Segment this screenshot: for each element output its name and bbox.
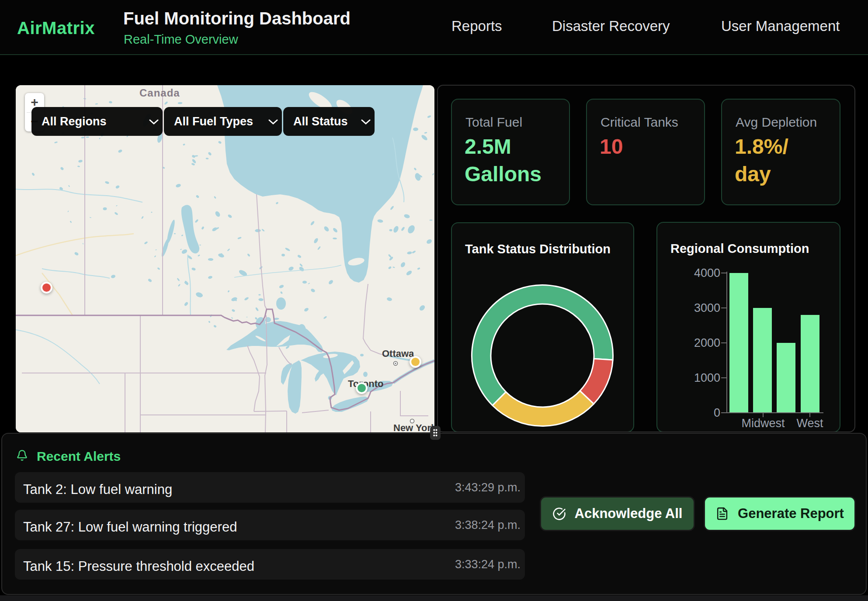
svg-text:4000: 4000: [694, 266, 720, 280]
svg-text:Canada: Canada: [139, 87, 180, 99]
svg-text:3000: 3000: [694, 301, 720, 314]
svg-text:2000: 2000: [694, 336, 720, 349]
svg-text:Midwest: Midwest: [741, 417, 785, 430]
svg-text:West: West: [796, 417, 823, 430]
svg-text:Ottawa: Ottawa: [382, 348, 414, 359]
svg-text:New York: New York: [393, 422, 434, 432]
svg-text:0: 0: [714, 406, 720, 419]
svg-text:1000: 1000: [694, 371, 720, 384]
